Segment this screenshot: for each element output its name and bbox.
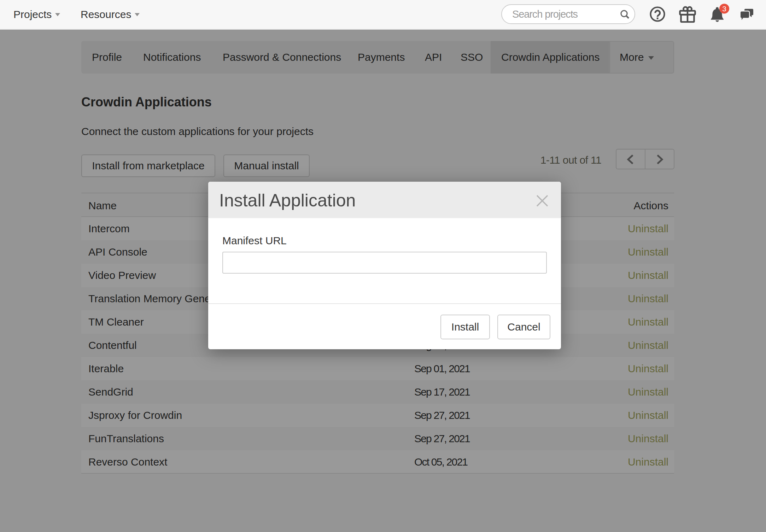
svg-text:3: 3 <box>722 5 726 13</box>
